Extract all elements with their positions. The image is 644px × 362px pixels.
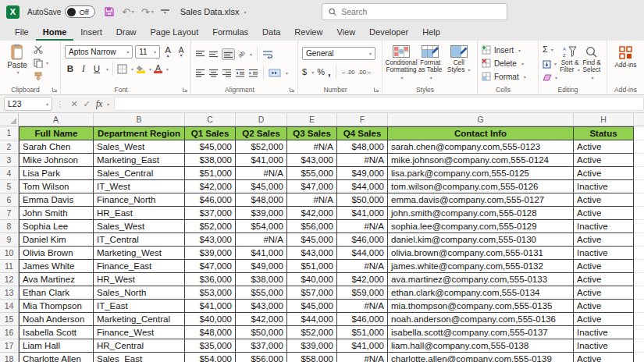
number-format-combo[interactable]: General▾ xyxy=(302,47,375,60)
cell-extra-3[interactable] xyxy=(634,154,644,167)
cell-E17[interactable]: $39,000 xyxy=(287,339,337,353)
paste-button[interactable]: Paste ▾ xyxy=(4,44,30,84)
cell-B18[interactable]: Sales_East xyxy=(94,353,185,362)
cell-B3[interactable]: Marketing_East xyxy=(94,154,185,167)
fill-color-button[interactable] xyxy=(136,65,145,73)
cell-D16[interactable]: $50,000 xyxy=(236,326,287,339)
cell-F6[interactable]: $50,000 xyxy=(337,193,388,207)
cell-D3[interactable]: $41,000 xyxy=(236,154,287,167)
cell-C7[interactable]: $37,000 xyxy=(185,207,236,220)
cell-E2[interactable]: #N/A xyxy=(287,140,337,154)
cell-A11[interactable]: James White xyxy=(19,260,94,273)
cell-C12[interactable]: $36,000 xyxy=(185,273,236,286)
row-header-2[interactable]: 2 xyxy=(0,140,19,154)
cell-B13[interactable]: Sales_North xyxy=(94,286,185,300)
select-all-corner[interactable] xyxy=(0,113,19,126)
cell-G14[interactable]: mia.thompson@company.com,555-0135 xyxy=(388,300,574,313)
cell-F13[interactable]: $59,000 xyxy=(337,286,388,300)
cell-D9[interactable]: #N/A xyxy=(236,233,287,247)
cell-D13[interactable]: $55,000 xyxy=(236,286,287,300)
cell-styles-button[interactable]: Cell Styles ▾ xyxy=(445,44,474,84)
cell-B6[interactable]: Finance_North xyxy=(94,193,185,207)
cell-F1[interactable]: Q4 Sales xyxy=(337,126,388,140)
cell-C18[interactable]: $54,000 xyxy=(185,353,236,362)
cell-A16[interactable]: Isabella Scott xyxy=(19,326,94,339)
cell-C9[interactable]: $43,000 xyxy=(185,233,236,247)
cell-C14[interactable]: $41,000 xyxy=(185,300,236,313)
tab-view[interactable]: View xyxy=(329,24,362,41)
cell-D8[interactable]: $54,000 xyxy=(236,220,287,233)
cell-extra-6[interactable] xyxy=(634,193,644,207)
column-header-C[interactable]: C xyxy=(185,113,236,126)
row-header-12[interactable]: 12 xyxy=(0,273,19,286)
cell-A12[interactable]: Ava Martinez xyxy=(19,273,94,286)
cell-C2[interactable]: $45,000 xyxy=(185,140,236,154)
tab-file[interactable]: File xyxy=(8,24,36,41)
cell-H7[interactable]: Active xyxy=(574,207,634,220)
cell-H12[interactable]: Active xyxy=(574,273,634,286)
cell-G11[interactable]: james.white@company.com,555-0132 xyxy=(388,260,574,273)
decrease-decimal-button[interactable]: .00→ xyxy=(358,69,372,76)
cell-G2[interactable]: sarah.chen@company.com,555-0123 xyxy=(388,140,574,154)
cell-D12[interactable]: $38,000 xyxy=(236,273,287,286)
font-dialog-launcher-icon[interactable] xyxy=(182,87,188,93)
cell-extra-4[interactable] xyxy=(634,167,644,180)
column-header-G[interactable]: G xyxy=(388,113,574,126)
cell-B1[interactable]: Department Region xyxy=(94,126,185,140)
currency-format-button[interactable]: $ xyxy=(302,67,307,76)
row-header-14[interactable]: 14 xyxy=(0,300,19,313)
cell-A17[interactable]: Liam Hall xyxy=(19,339,94,353)
cut-button[interactable] xyxy=(34,45,48,54)
save-button[interactable] xyxy=(104,6,115,17)
row-header-11[interactable]: 11 xyxy=(0,260,19,273)
cell-H5[interactable]: Inactive xyxy=(574,180,634,193)
cell-H2[interactable]: Active xyxy=(574,140,634,154)
cell-E11[interactable]: $51,000 xyxy=(287,260,337,273)
cell-H11[interactable]: Active xyxy=(574,260,634,273)
tab-insert[interactable]: Insert xyxy=(73,24,109,41)
cell-C17[interactable]: $35,000 xyxy=(185,339,236,353)
top-align-button[interactable] xyxy=(195,50,205,59)
tab-developer[interactable]: Developer xyxy=(362,24,415,41)
row-header-10[interactable]: 10 xyxy=(0,247,19,260)
italic-button[interactable]: I xyxy=(78,64,89,73)
grow-font-button[interactable]: A▴ xyxy=(162,46,173,58)
cell-extra-17[interactable] xyxy=(634,339,644,353)
cell-A8[interactable]: Sophia Lee xyxy=(19,220,94,233)
cancel-entry-button[interactable]: ✕ xyxy=(68,99,80,109)
alignment-dialog-launcher-icon[interactable] xyxy=(289,87,295,93)
cell-H9[interactable]: Active xyxy=(574,233,634,247)
cell-D1[interactable]: Q2 Sales xyxy=(236,126,287,140)
cell-G1[interactable]: Contact Info xyxy=(388,126,574,140)
row-header-9[interactable]: 9 xyxy=(0,233,19,247)
cell-H3[interactable]: Active xyxy=(574,154,634,167)
bold-button[interactable]: B xyxy=(65,64,76,73)
cell-A14[interactable]: Mia Thompson xyxy=(19,300,94,313)
cell-F17[interactable]: $41,000 xyxy=(337,339,388,353)
cell-B2[interactable]: Sales_West xyxy=(94,140,185,154)
cell-F18[interactable]: #N/A xyxy=(337,353,388,362)
tab-page-layout[interactable]: Page Layout xyxy=(143,24,205,41)
cell-H8[interactable]: Inactive xyxy=(574,220,634,233)
cell-A13[interactable]: Ethan Clark xyxy=(19,286,94,300)
cell-D14[interactable]: $43,000 xyxy=(236,300,287,313)
cell-E14[interactable]: $45,000 xyxy=(287,300,337,313)
cell-E5[interactable]: $47,000 xyxy=(287,180,337,193)
row-header-17[interactable]: 17 xyxy=(0,339,19,353)
cell-B15[interactable]: Marketing_Central xyxy=(94,313,185,326)
cell-extra-9[interactable] xyxy=(634,233,644,247)
cell-F14[interactable]: #N/A xyxy=(337,300,388,313)
cell-E9[interactable]: $45,000 xyxy=(287,233,337,247)
cell-E10[interactable]: $43,000 xyxy=(287,247,337,260)
row-header-4[interactable]: 4 xyxy=(0,167,19,180)
cell-G13[interactable]: ethan.clark@company.com,555-0134 xyxy=(388,286,574,300)
merge-center-button[interactable] xyxy=(269,69,281,77)
row-header-7[interactable]: 7 xyxy=(0,207,19,220)
cell-E16[interactable]: $52,000 xyxy=(287,326,337,339)
cell-H10[interactable]: Inactive xyxy=(574,247,634,260)
cell-B5[interactable]: IT_West xyxy=(94,180,185,193)
cell-H1[interactable]: Status xyxy=(574,126,634,140)
cell-F4[interactable]: $49,000 xyxy=(337,167,388,180)
cell-B16[interactable]: Finance_West xyxy=(94,326,185,339)
cell-extra-16[interactable] xyxy=(634,326,644,339)
